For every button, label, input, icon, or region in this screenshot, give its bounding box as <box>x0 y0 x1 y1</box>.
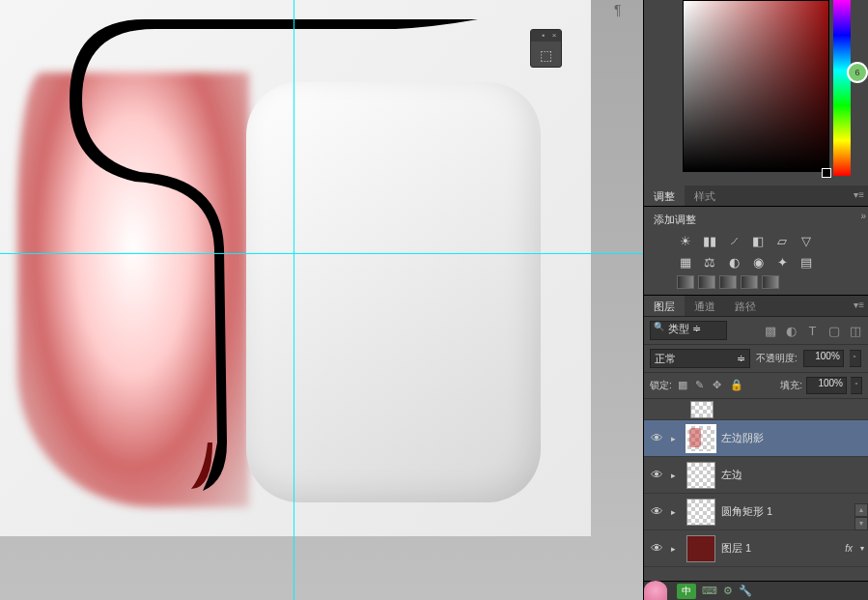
fx-expand-icon[interactable]: ▾ <box>860 544 864 553</box>
expand-triangle-icon[interactable]: ▸ <box>671 434 681 443</box>
visibility-toggle-icon[interactable]: 👁 <box>648 504 665 519</box>
scroll-down-icon[interactable]: ▾ <box>854 517 868 530</box>
blend-mode-select[interactable]: 正常≑ <box>650 349 750 368</box>
layer-filter-bar: 类型 ≑ ▩ ◐ T ▢ ◫ <box>644 317 868 345</box>
adjustments-tab-bar: 调整 样式 ▾≡ <box>644 186 868 207</box>
blend-mode-value: 正常 <box>655 352 676 366</box>
lut-icon[interactable]: ▤ <box>798 254 815 270</box>
tab-channels[interactable]: 通道 <box>685 296 725 316</box>
layer-thumbnail[interactable] <box>690 401 714 418</box>
fill-input[interactable]: 100% <box>806 377 847 394</box>
layer-name-label[interactable]: 圆角矩形 1 <box>721 504 864 519</box>
posterize-icon[interactable] <box>698 275 715 289</box>
ime-indicator[interactable]: 中 <box>677 584 696 599</box>
visibility-toggle-icon[interactable]: 👁 <box>648 431 665 445</box>
status-keyboard-icon[interactable]: ⌨ <box>702 585 717 597</box>
layer-row[interactable]: 👁 ▸ 左边 <box>644 457 868 494</box>
tab-paths[interactable]: 路径 <box>725 296 766 316</box>
vibrance-icon[interactable]: ▱ <box>773 233 791 248</box>
threshold-icon[interactable] <box>719 275 737 289</box>
lock-position-icon[interactable]: ✥ <box>713 379 726 392</box>
status-tool-icon[interactable]: 🔧 <box>739 585 752 597</box>
lock-label: 锁定: <box>650 379 672 392</box>
adjustments-panel: 添加调整 ☀ ▮▮ ⟋ ◧ ▱ ▽ ▦ ⚖ ◐ ◉ ✦ ▤ » <box>644 207 868 295</box>
right-panels-dock: 6 调整 样式 ▾≡ 添加调整 ☀ ▮▮ ⟋ ◧ ▱ ▽ ▦ ⚖ ◐ ◉ ✦ ▤ <box>643 0 868 600</box>
layer-thumbnail[interactable] <box>686 425 715 452</box>
layers-menu-icon[interactable]: ▾≡ <box>854 300 864 310</box>
visibility-toggle-icon[interactable]: 👁 <box>648 468 665 482</box>
layer-name-label[interactable]: 左边阴影 <box>721 431 864 445</box>
exposure-icon[interactable]: ◧ <box>749 233 767 248</box>
expand-triangle-icon[interactable]: ▸ <box>671 544 681 554</box>
layers-list[interactable]: 👁 ▸ 左边阴影 👁 ▸ 左边 👁 ▸ 圆角矩形 1 👁 ▸ 图层 1 fx ▾ <box>644 399 868 581</box>
opacity-input[interactable]: 100% <box>803 350 844 367</box>
swatch-badge[interactable]: 6 <box>847 62 868 83</box>
color-balance-icon[interactable]: ⚖ <box>701 254 718 270</box>
filter-pixel-icon[interactable]: ▩ <box>763 324 777 338</box>
status-bar: 中 ⌨ ⚙ 🔧 <box>644 581 868 600</box>
filter-shape-icon[interactable]: ▢ <box>826 324 841 338</box>
gradient-map-icon[interactable] <box>741 275 758 289</box>
guide-horizontal[interactable] <box>0 253 643 254</box>
layer-thumbnail[interactable] <box>686 499 715 526</box>
filter-kind-select[interactable]: 类型 ≑ <box>650 321 727 340</box>
triangle-icon[interactable]: ▽ <box>798 233 815 248</box>
expand-triangle-icon[interactable]: ▸ <box>671 471 681 480</box>
color-field[interactable] <box>683 0 829 172</box>
hue-sat-icon[interactable]: ▦ <box>677 254 694 270</box>
tab-layers[interactable]: 图层 <box>644 296 685 316</box>
levels-icon[interactable]: ▮▮ <box>701 233 718 248</box>
lock-pixels-icon[interactable]: ✎ <box>695 379 709 392</box>
filter-kind-label: 类型 <box>668 323 689 334</box>
status-settings-icon[interactable]: ⚙ <box>723 585 733 597</box>
layer-row-partial[interactable] <box>644 399 868 420</box>
fill-stepper[interactable]: ˅ <box>851 377 862 394</box>
3d-cube-icon[interactable]: ⬚ <box>531 42 561 69</box>
guide-vertical[interactable] <box>294 0 294 600</box>
channel-mixer-icon[interactable]: ✦ <box>773 254 791 270</box>
artwork-path-outline <box>68 17 488 500</box>
lock-transparency-icon[interactable]: ▩ <box>678 379 691 392</box>
floating-3d-panel[interactable]: ▪ × ⬚ <box>530 29 562 68</box>
panel-menu-icon[interactable]: ▾≡ <box>854 189 864 200</box>
lock-fill-bar: 锁定: ▩ ✎ ✥ 🔒 填充: 100% ˅ <box>644 373 868 399</box>
scroll-arrow-icon[interactable]: » <box>860 211 866 221</box>
layer-name-label[interactable]: 图层 1 <box>721 541 839 556</box>
brightness-icon[interactable]: ☀ <box>677 233 694 248</box>
selective-color-icon[interactable] <box>762 275 779 289</box>
layer-thumbnail[interactable] <box>686 462 715 489</box>
opacity-label: 不透明度: <box>756 352 798 365</box>
color-picker-panel: 6 <box>644 0 868 186</box>
curves-icon[interactable]: ⟋ <box>725 233 742 248</box>
tab-adjustments[interactable]: 调整 <box>644 186 685 206</box>
expand-triangle-icon[interactable]: ▸ <box>671 507 681 517</box>
opacity-stepper[interactable]: ˅ <box>850 350 861 367</box>
invert-icon[interactable] <box>677 275 694 289</box>
filter-adjust-icon[interactable]: ◐ <box>784 324 798 338</box>
tab-styles[interactable]: 样式 <box>685 186 725 206</box>
bw-icon[interactable]: ◐ <box>725 254 742 270</box>
filter-type-icon[interactable]: T <box>805 324 820 338</box>
layer-row[interactable]: 👁 ▸ 左边阴影 <box>644 420 868 457</box>
scroll-up-icon[interactable]: ▴ <box>854 503 868 517</box>
add-adjustment-label: 添加调整 <box>654 213 858 227</box>
layer-thumbnail[interactable] <box>686 535 715 562</box>
photo-filter-icon[interactable]: ◉ <box>749 254 767 270</box>
lock-all-icon[interactable]: 🔒 <box>730 379 743 392</box>
close-icon[interactable]: × <box>550 32 558 40</box>
fill-label: 填充: <box>780 379 802 392</box>
paragraph-mark-icon: ¶ <box>614 2 622 17</box>
layer-name-label[interactable]: 左边 <box>721 468 864 482</box>
decoration-blob <box>644 581 667 600</box>
layer-row[interactable]: 👁 ▸ 图层 1 fx ▾ <box>644 530 868 567</box>
canvas-viewport[interactable]: ¶ ▪ × ⬚ <box>0 0 643 600</box>
fx-badge[interactable]: fx <box>845 543 853 554</box>
blend-opacity-bar: 正常≑ 不透明度: 100% ˅ <box>644 345 868 373</box>
layer-row[interactable]: 👁 ▸ 圆角矩形 1 <box>644 494 868 530</box>
minimize-icon[interactable]: ▪ <box>540 32 547 40</box>
filter-smart-icon[interactable]: ◫ <box>848 324 862 338</box>
hue-slider[interactable] <box>833 0 851 176</box>
visibility-toggle-icon[interactable]: 👁 <box>648 541 665 556</box>
layers-tab-bar: 图层 通道 路径 ▾≡ <box>644 295 868 317</box>
